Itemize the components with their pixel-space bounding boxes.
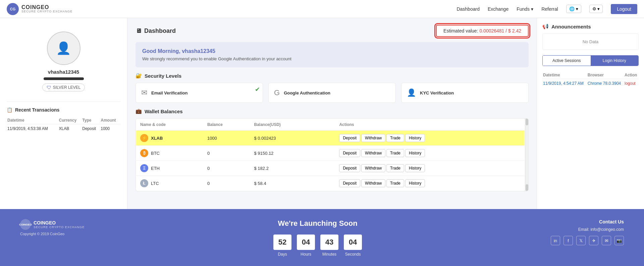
sidebar-username: vhasha12345 [48, 69, 79, 75]
wallet-row: Ł LTC 0 $ 58.4 DepositWithdrawTradeHisto… [136, 176, 525, 191]
nav-dashboard[interactable]: Dashboard [457, 6, 480, 12]
wallet-table: Name & code Balance Balance(USD) Actions… [136, 119, 525, 191]
wallet-action-history[interactable]: History [405, 179, 425, 187]
wallet-icon: 💼 [136, 108, 142, 114]
wallet-action-withdraw[interactable]: Withdraw [361, 164, 385, 172]
trans-header-type: Type [82, 117, 100, 124]
logout-button[interactable]: Logout [611, 4, 637, 14]
footer-contact: Contact Us Email: info@coingeo.com in f … [551, 219, 624, 245]
wallet-scrollbar[interactable] [525, 119, 528, 191]
mail-icon[interactable]: ✉ [602, 236, 611, 245]
hours-label: Hours [301, 252, 311, 257]
wallet-row: ⚡ XLAB 1000 $ 0.002423 DepositWithdrawTr… [136, 131, 525, 146]
footer-brand-sub: SECURE CRYPTO EXCHANGE [34, 225, 85, 229]
wallet-action-trade[interactable]: Trade [386, 134, 404, 142]
trans-datetime: 11/9/2019, 4:53:38 AM [7, 124, 58, 133]
trans-amount: 1000 [100, 124, 120, 133]
wallet-action-history[interactable]: History [405, 134, 425, 142]
nav-exchange[interactable]: Exchange [488, 6, 508, 12]
wallet-header-empty [319, 119, 335, 131]
wallet-action-deposit[interactable]: Deposit [339, 134, 360, 142]
wallet-action-history[interactable]: History [405, 149, 425, 157]
security-icon: 🔐 [136, 73, 142, 79]
settings-button[interactable]: ⚙ ▾ [589, 5, 603, 13]
main-container: 👤 vhasha12345 🛡 SILVER LEVEL 📋 Recent Tr… [0, 18, 644, 209]
brand-name: COINGEO [21, 4, 72, 10]
countdown-row: 52 Days 04 Hours 43 Minutes 04 Seconds [85, 235, 551, 257]
kyc-icon: 👤 [407, 88, 416, 97]
trans-header-datetime: Datetime [7, 117, 58, 124]
wallet-action-history[interactable]: History [405, 164, 425, 172]
kyc-verification-card: 👤 KYC Verification [401, 83, 529, 103]
security-cards: ✉ Email Verification ✔ G Google Authenti… [136, 83, 529, 103]
wallet-section: 💼 Wallet Balances Name & code Balance Ba… [136, 108, 529, 191]
wallet-balance-usd: $ 9150.12 [250, 146, 319, 161]
greeting-text: Good Morning, vhasha12345 [142, 48, 522, 54]
wallet-action-trade[interactable]: Trade [386, 164, 404, 172]
chevron-down-icon: ▾ [531, 6, 533, 12]
auth-message: We strongly recommend you to enable Goog… [142, 56, 522, 61]
wallet-table-container: Name & code Balance Balance(USD) Actions… [136, 118, 529, 191]
history-header-browser: Browser [587, 71, 624, 79]
user-icon: 👤 [56, 41, 71, 55]
footer-copyright: Copyright © 2019 CoinGeo [20, 232, 85, 236]
history-header-action: Action [624, 71, 639, 79]
wallet-header-balance: Balance [203, 119, 250, 131]
telegram-icon[interactable]: ✈ [589, 236, 598, 245]
tab-active-sessions[interactable]: Active Sessions [543, 56, 591, 66]
wallet-action-deposit[interactable]: Deposit [339, 149, 360, 157]
google-auth-label: Google Authentication [284, 90, 330, 95]
wallet-action-withdraw[interactable]: Withdraw [361, 134, 385, 142]
brand: CG COINGEO SECURE CRYPTO EXCHANGE [7, 3, 72, 15]
greeting-username: vhasha12345 [182, 48, 215, 54]
level-badge: 🛡 SILVER LEVEL [42, 83, 85, 91]
email-verification-label: Email Verification [151, 90, 187, 95]
launching-text: We're Launching Soon [85, 219, 551, 228]
login-history-table: Datetime Browser Action 11/9/2019, 4:54:… [542, 71, 639, 88]
globe-button[interactable]: 🌐 ▾ [566, 5, 581, 13]
instagram-icon[interactable]: 📷 [614, 236, 624, 245]
gear-icon: ⚙ [592, 6, 596, 11]
wallet-table-inner: Name & code Balance Balance(USD) Actions… [136, 119, 528, 191]
trans-type: Deposit [82, 124, 100, 133]
nav-funds[interactable]: Funds ▾ [517, 6, 533, 12]
wallet-action-trade[interactable]: Trade [386, 179, 404, 187]
avatar: 👤 [47, 31, 80, 65]
wallet-action-deposit[interactable]: Deposit [339, 179, 360, 187]
facebook-icon[interactable]: f [564, 236, 573, 245]
wallet-action-withdraw[interactable]: Withdraw [361, 149, 385, 157]
wallet-row: Ξ ETH 0 $ 182.2 DepositWithdrawTradeHist… [136, 161, 525, 176]
monitor-icon: 🖥 [136, 27, 142, 35]
google-icon: G [274, 88, 280, 97]
footer: COINGEO COINGEO SECURE CRYPTO EXCHANGE C… [0, 209, 644, 266]
trans-header-currency: Currency [58, 117, 82, 124]
scrollbar-thumb-bottom [526, 184, 528, 191]
main-content: 🖥 Dashboard Estimated value: 0.00026481 … [127, 18, 537, 209]
announcements-title: 📢 Announcements [542, 23, 639, 29]
trans-header-amount: Amount [100, 117, 120, 124]
wallet-action-deposit[interactable]: Deposit [339, 164, 360, 172]
linkedin-icon[interactable]: in [551, 236, 560, 245]
wallet-spacer [319, 146, 335, 161]
minutes-value: 43 [320, 235, 338, 250]
countdown-days: 52 Days [273, 235, 291, 257]
countdown-hours: 04 Hours [297, 235, 315, 257]
history-browser: Chrome 78.0.3904 [587, 79, 624, 88]
nav-referral[interactable]: Referral [541, 6, 558, 12]
history-action: logout [624, 79, 639, 88]
brand-sub: SECURE CRYPTO EXCHANGE [21, 10, 72, 13]
security-section: 🔐 Security Levels ✉ Email Verification ✔… [136, 73, 529, 103]
twitter-icon[interactable]: 𝕏 [576, 236, 586, 245]
wallet-balance: 0 [203, 176, 250, 191]
seconds-value: 04 [344, 235, 362, 250]
wallet-action-trade[interactable]: Trade [386, 149, 404, 157]
announcement-icon: 📢 [542, 23, 549, 29]
wallet-row: ₿ BTC 0 $ 9150.12 DepositWithdrawTradeHi… [136, 146, 525, 161]
google-auth-card: G Google Authentication [268, 83, 396, 103]
brand-logo-icon: CG [7, 3, 19, 15]
wallet-actions-cell: DepositWithdrawTradeHistory [335, 161, 525, 176]
tab-login-history[interactable]: Login History [591, 56, 639, 66]
scrollbar-thumb-top [526, 119, 528, 125]
wallet-action-withdraw[interactable]: Withdraw [361, 179, 385, 187]
wallet-balance-usd: $ 182.2 [250, 161, 319, 176]
